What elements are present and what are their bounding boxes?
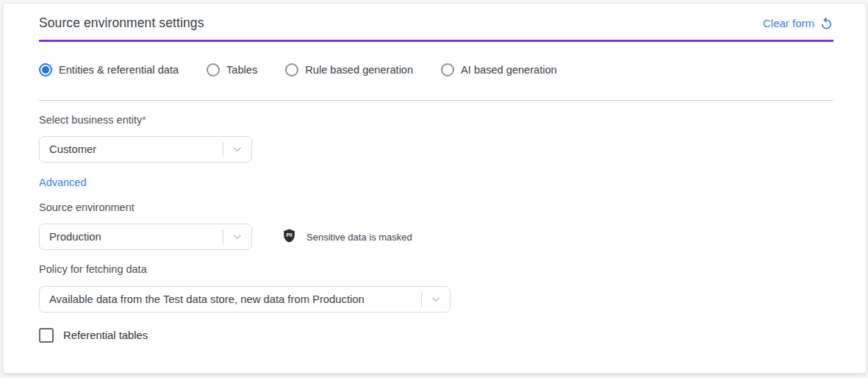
label-text: Select business entity <box>39 114 142 126</box>
page-title: Source environment settings <box>39 15 204 31</box>
radio-icon <box>441 63 454 76</box>
business-entity-value: Customer <box>40 143 223 155</box>
svg-text:PII: PII <box>287 232 293 237</box>
radio-ai-based-generation[interactable]: AI based generation <box>441 63 557 76</box>
panel-header: Source environment settings Clear form <box>39 13 833 33</box>
source-environment-settings-panel: Source environment settings Clear form E… <box>3 3 867 374</box>
shield-pii-icon: PII <box>281 228 297 246</box>
clear-form-button[interactable]: Clear form <box>763 16 833 30</box>
radio-label: AI based generation <box>461 64 557 76</box>
radio-tables[interactable]: Tables <box>207 63 257 76</box>
business-entity-label: Select business entity* <box>39 113 833 127</box>
data-source-radio-group: Entities & referential data Tables Rule … <box>39 61 833 79</box>
clear-form-label: Clear form <box>763 17 814 29</box>
radio-label: Tables <box>226 64 257 76</box>
masked-data-note: PII Sensitive data is masked <box>281 228 412 246</box>
referential-tables-label: Referential tables <box>63 329 148 341</box>
radio-label: Entities & referential data <box>59 64 179 76</box>
referential-tables-option[interactable]: Referential tables <box>39 328 833 343</box>
source-environment-value: Production <box>40 231 223 243</box>
fetch-policy-label: Policy for fetching data <box>39 262 833 277</box>
source-environment-select[interactable]: Production <box>39 224 252 250</box>
radio-icon <box>39 63 52 76</box>
radio-entities-referential-data[interactable]: Entities & referential data <box>39 63 179 76</box>
fetch-policy-select[interactable]: Available data from the Test data store,… <box>39 286 451 313</box>
masked-note-text: Sensitive data is masked <box>306 232 412 243</box>
accent-divider <box>39 40 833 42</box>
radio-icon <box>285 63 298 76</box>
section-divider <box>39 100 833 101</box>
restore-icon <box>819 16 833 30</box>
chevron-down-icon <box>422 294 450 304</box>
radio-rule-based-generation[interactable]: Rule based generation <box>285 63 413 76</box>
source-environment-label: Source environment <box>39 200 833 215</box>
source-environment-row: Production PII Sensitive data is masked <box>39 215 833 250</box>
chevron-down-icon <box>223 144 251 154</box>
radio-label: Rule based generation <box>305 64 413 76</box>
fetch-policy-value: Available data from the Test data store,… <box>40 293 421 305</box>
business-entity-select[interactable]: Customer <box>39 136 252 163</box>
checkbox-icon[interactable] <box>39 328 54 343</box>
radio-icon <box>207 63 220 76</box>
advanced-link[interactable]: Advanced <box>39 175 87 190</box>
required-asterisk: * <box>142 114 146 126</box>
chevron-down-icon <box>223 232 251 242</box>
